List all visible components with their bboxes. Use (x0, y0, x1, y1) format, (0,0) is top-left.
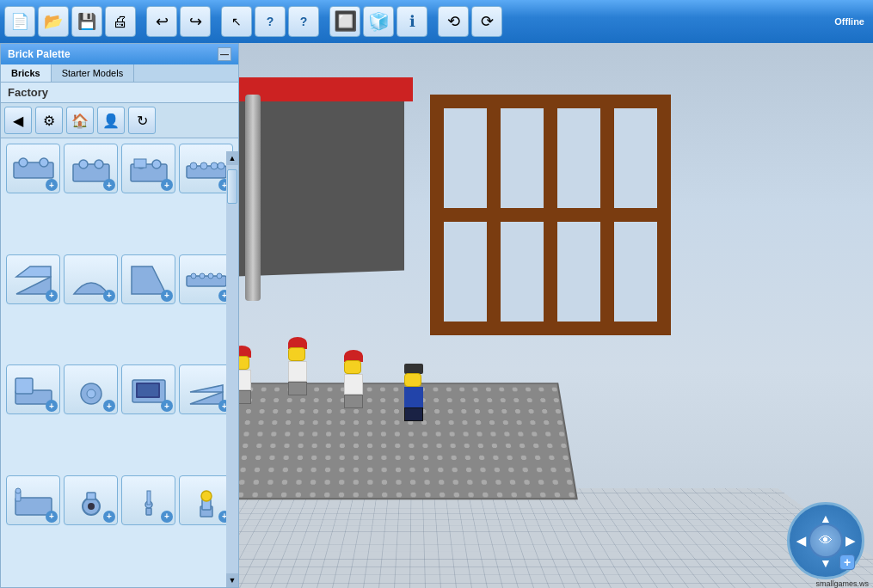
minifig-body (288, 361, 307, 382)
palette-minimize-button[interactable]: — (218, 47, 231, 61)
main-area: Brick Palette — Bricks Starter Models Fa… (0, 43, 873, 588)
rotate-left-button[interactable]: ⟲ (438, 6, 469, 37)
scroll-track[interactable] (226, 165, 238, 573)
info-button[interactable]: ℹ (397, 6, 427, 37)
svg-point-20 (200, 273, 205, 279)
brick-item-1[interactable]: + (6, 144, 60, 193)
palette-prev-button[interactable]: ◀ (4, 107, 32, 134)
svg-point-21 (208, 273, 213, 279)
tab-bricks[interactable]: Bricks (1, 64, 52, 82)
brick-item-12[interactable]: + (179, 364, 233, 414)
palette-user-button[interactable]: 👤 (97, 107, 125, 134)
brick-item-10[interactable]: + (64, 364, 118, 414)
view1-button[interactable]: 🔲 (329, 6, 360, 37)
svg-marker-16 (16, 266, 51, 277)
svg-rect-29 (138, 384, 158, 396)
tab-starter-models[interactable]: Starter Models (52, 64, 135, 82)
brick-add-icon: + (103, 179, 115, 191)
save-button[interactable]: 💾 (71, 6, 102, 37)
svg-point-19 (191, 273, 196, 279)
minifig-legs (288, 382, 307, 395)
palette-scrollbar: ▲ ▼ (226, 151, 238, 587)
nav-left-button[interactable]: ◀ (796, 534, 806, 548)
wall-window (611, 218, 661, 325)
redo-button[interactable]: ↪ (180, 6, 211, 37)
minifig-manager (404, 364, 423, 421)
brick-item-8[interactable]: + (179, 254, 233, 304)
nav-right-button[interactable]: ▶ (845, 534, 855, 548)
svg-point-36 (88, 503, 95, 510)
brick-add-icon: + (46, 290, 58, 302)
palette-titlebar: Brick Palette — (1, 44, 238, 64)
brick-item-16[interactable]: + (179, 475, 233, 525)
svg-point-5 (95, 160, 103, 168)
minifig-2 (288, 337, 307, 395)
brick-palette-panel: Brick Palette — Bricks Starter Models Fa… (0, 43, 239, 588)
svg-point-2 (40, 158, 48, 167)
svg-rect-9 (134, 159, 146, 168)
brick-item-9[interactable]: + (6, 364, 60, 414)
svg-point-12 (200, 162, 207, 169)
svg-point-13 (211, 162, 218, 169)
view2-button[interactable]: 🧊 (363, 6, 394, 37)
scroll-thumb[interactable] (227, 169, 237, 204)
palette-refresh-button[interactable]: ↻ (128, 107, 156, 134)
new-button[interactable]: 📄 (4, 6, 35, 37)
nav-zoom-button[interactable]: + (839, 554, 855, 570)
watermark-label: smallgames.ws (815, 579, 869, 588)
open-button[interactable]: 📂 (38, 6, 69, 37)
minifig-head (344, 360, 361, 374)
svg-rect-37 (87, 493, 95, 499)
wall-window (497, 218, 547, 325)
minifig-legs (344, 395, 363, 408)
brick-add-icon: + (161, 511, 173, 523)
minifig-body (404, 387, 423, 407)
minifig-head (288, 347, 305, 361)
brick-add-icon: + (161, 290, 173, 302)
svg-rect-38 (146, 508, 151, 515)
svg-point-34 (15, 488, 21, 493)
brick-add-icon: + (46, 400, 58, 412)
brick-add-icon: + (46, 511, 58, 523)
brick-item-3[interactable]: + (121, 144, 175, 193)
scroll-down-button[interactable]: ▼ (226, 573, 238, 587)
svg-point-22 (217, 273, 222, 279)
brick-item-11[interactable]: + (121, 364, 175, 414)
palette-tabs: Bricks Starter Models (1, 64, 238, 83)
brick-add-icon: + (103, 400, 115, 412)
nav-inner-circle[interactable]: 👁 (808, 524, 843, 558)
brick-item-5[interactable]: + (6, 254, 60, 304)
svg-point-43 (201, 491, 212, 501)
palette-home-button[interactable]: 🏠 (66, 107, 94, 134)
brick-item-6[interactable]: + (64, 254, 118, 304)
brick-item-13[interactable]: + (6, 475, 60, 525)
minifig-legs (404, 407, 423, 421)
undo-button[interactable]: ↩ (146, 6, 177, 37)
brick-add-icon: + (161, 179, 173, 191)
brick-add-icon: + (103, 290, 115, 302)
palette-settings-button[interactable]: ⚙ (35, 107, 63, 134)
offline-badge: Offline (834, 16, 864, 27)
nav-up-button[interactable]: ▲ (820, 511, 832, 525)
brick-item-7[interactable]: + (121, 254, 175, 304)
brick-item-4[interactable]: + (179, 144, 233, 193)
brick-add-icon: + (103, 511, 115, 523)
wall-window (554, 218, 604, 325)
scroll-up-button[interactable]: ▲ (226, 151, 238, 165)
brick-item-2[interactable]: + (64, 144, 118, 193)
cursor-button[interactable]: ↖ (221, 6, 252, 37)
help2-button[interactable]: ? (288, 6, 319, 37)
nav-down-button[interactable]: ▼ (820, 556, 832, 570)
brick-item-14[interactable]: + (64, 475, 118, 525)
svg-marker-31 (190, 385, 223, 392)
brick-item-15[interactable]: + (121, 475, 175, 525)
print-button[interactable]: 🖨 (105, 6, 136, 37)
nav-widget[interactable]: ▲ ▼ ◀ ▶ 👁 + (787, 502, 864, 579)
svg-point-14 (218, 162, 224, 169)
minifig-body (344, 374, 363, 395)
wall-window (554, 105, 604, 211)
help1-button[interactable]: ? (255, 6, 286, 37)
svg-point-4 (79, 160, 88, 168)
rotate-right-button[interactable]: ⟳ (471, 6, 502, 37)
svg-rect-3 (73, 164, 109, 181)
